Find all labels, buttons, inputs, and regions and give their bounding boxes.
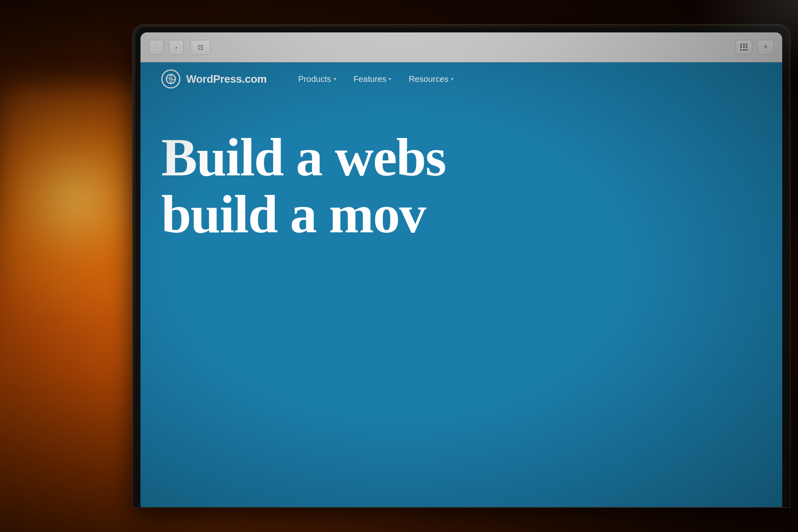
nav-label-resources: Resources <box>409 74 448 84</box>
browser-toolbar: ‹ › ⊡ + <box>140 32 782 62</box>
grid-icon <box>740 44 748 51</box>
website-viewport: WordPress.com Products ▾ Features ▾ Reso… <box>140 62 782 507</box>
hero-title: Build a webs build a mov <box>161 129 761 242</box>
forward-button[interactable]: › <box>169 40 184 55</box>
plus-icon: + <box>763 42 768 52</box>
wordpress-logo-icon <box>161 69 180 89</box>
site-name: WordPress.com <box>186 73 267 86</box>
nav-item-features[interactable]: Features ▾ <box>347 71 398 87</box>
nav-label-products: Products <box>298 74 331 84</box>
nav-item-resources[interactable]: Resources ▾ <box>402 71 460 87</box>
nav-label-features: Features <box>354 74 387 84</box>
chevron-products-icon: ▾ <box>334 76 336 82</box>
site-nav: WordPress.com Products ▾ Features ▾ Reso… <box>140 62 782 96</box>
hero-section: Build a webs build a mov <box>140 96 782 242</box>
hero-line-2: build a mov <box>161 186 761 243</box>
sidebar-toggle-button[interactable]: ⊡ <box>190 40 210 55</box>
new-tab-button[interactable]: + <box>757 40 774 55</box>
chevron-resources-icon: ▾ <box>451 76 453 82</box>
extensions-button[interactable] <box>736 40 752 55</box>
site-logo[interactable]: WordPress.com <box>161 69 267 89</box>
back-button[interactable]: ‹ <box>149 40 164 55</box>
nav-menu: Products ▾ Features ▾ Resources ▾ <box>292 71 460 87</box>
laptop-screen: ‹ › ⊡ + <box>140 32 782 507</box>
hero-line-1: Build a webs <box>161 129 761 186</box>
sidebar-icon: ⊡ <box>198 43 203 51</box>
forward-icon: › <box>175 44 177 51</box>
laptop-frame: ‹ › ⊡ + <box>133 25 790 507</box>
chevron-features-icon: ▾ <box>389 76 391 82</box>
back-icon: ‹ <box>155 44 157 51</box>
nav-item-products[interactable]: Products ▾ <box>292 71 343 87</box>
